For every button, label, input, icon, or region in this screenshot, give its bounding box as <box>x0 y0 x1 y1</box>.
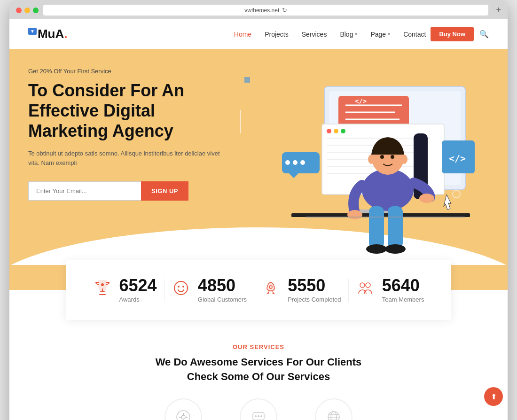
stat-team: 5640 Team Members <box>356 277 424 303</box>
deco-square-1 <box>244 77 250 83</box>
service-icon-chat <box>240 398 277 420</box>
nav-home[interactable]: Home <box>234 30 251 39</box>
svg-point-53 <box>255 415 257 417</box>
new-tab-button[interactable]: + <box>496 5 501 15</box>
svg-point-10 <box>334 129 338 133</box>
email-input[interactable] <box>28 181 141 201</box>
reload-button[interactable]: ↻ <box>282 7 287 14</box>
services-cards <box>28 398 489 420</box>
nav-page-label: Page <box>370 31 386 38</box>
browser-window: vwthemes.net ↻ + ▼ MuA. Home Projects Se… <box>9 0 508 420</box>
smile-icon <box>172 279 190 302</box>
stat-customers-label: Global Customers <box>198 296 247 303</box>
svg-text:</>: </> <box>355 97 367 105</box>
logo-text: MuA <box>38 27 64 41</box>
stat-awards: 6524 Awards <box>93 277 157 303</box>
stat-customers-text: 4850 Global Customers <box>198 277 247 303</box>
nav-services-link[interactable]: Services <box>302 31 327 38</box>
nav-contact[interactable]: Contact <box>403 30 426 39</box>
svg-point-36 <box>293 160 298 165</box>
nav-projects[interactable]: Projects <box>265 30 289 39</box>
address-bar[interactable]: vwthemes.net ↻ <box>43 5 488 16</box>
service-card-2 <box>230 398 287 420</box>
stat-divider-1 <box>164 279 164 302</box>
services-title-line1: We Do Awesome Services For Our Clients <box>156 356 362 368</box>
page-content: ▼ MuA. Home Projects Services Blog ▾ Pag… <box>9 19 508 420</box>
svg-point-23 <box>347 210 362 219</box>
stat-divider-3 <box>348 279 349 302</box>
svg-point-35 <box>285 160 290 165</box>
stat-team-number: 5640 <box>382 277 424 294</box>
services-section: OUR SERVICES We Do Awesome Services For … <box>9 320 508 420</box>
nav-blog-dropdown[interactable]: Blog ▾ <box>340 31 357 38</box>
svg-text:</>: </> <box>449 153 466 164</box>
svg-point-27 <box>366 244 387 254</box>
service-icon-settings <box>164 398 202 420</box>
services-title: We Do Awesome Services For Our Clients C… <box>28 355 489 384</box>
buy-now-button[interactable]: Buy Now <box>431 27 474 41</box>
svg-rect-26 <box>388 206 403 249</box>
stat-customers: 4850 Global Customers <box>172 277 247 303</box>
svg-point-45 <box>178 286 180 288</box>
stat-team-label: Team Members <box>382 296 424 303</box>
svg-point-51 <box>181 415 185 419</box>
nav-links: Home Projects Services Blog ▾ Page ▾ Con… <box>234 30 426 39</box>
svg-point-31 <box>391 155 394 159</box>
services-subtitle: OUR SERVICES <box>28 343 489 350</box>
svg-point-11 <box>341 129 345 133</box>
nav-page-dropdown[interactable]: Page ▾ <box>370 31 390 38</box>
dot-minimize[interactable] <box>24 8 30 13</box>
hero-section: Get 20% Off Your First Service To Consid… <box>9 49 508 265</box>
dot-maximize[interactable] <box>33 8 39 13</box>
browser-dots <box>16 8 39 13</box>
services-title-line2: Check Some Of Our Services <box>187 371 330 382</box>
service-card-3 <box>306 398 362 420</box>
hero-illustration: </> <box>268 58 494 265</box>
service-icon-globe <box>315 398 352 420</box>
signup-button[interactable]: SIGN UP <box>141 181 188 201</box>
team-icon <box>356 279 375 302</box>
hero-content: Get 20% Off Your First Service To Consid… <box>28 68 226 201</box>
nav-services[interactable]: Services <box>302 30 327 39</box>
svg-point-37 <box>300 160 305 165</box>
stat-projects: 5550 Projects Completed <box>261 277 341 303</box>
search-icon[interactable]: 🔍 <box>479 30 489 39</box>
url-text: vwthemes.net <box>244 7 279 14</box>
svg-point-43 <box>101 283 104 286</box>
stat-team-text: 5640 Team Members <box>382 277 424 303</box>
stat-projects-text: 5550 Projects Completed <box>288 277 341 303</box>
stat-divider-2 <box>254 279 254 302</box>
stat-awards-number: 6524 <box>119 277 157 294</box>
scroll-to-top-button[interactable]: ⬆ <box>484 387 503 406</box>
svg-point-56 <box>328 412 339 420</box>
logo[interactable]: ▼ MuA. <box>28 27 67 41</box>
navbar: ▼ MuA. Home Projects Services Blog ▾ Pag… <box>9 19 508 49</box>
page-chevron-icon: ▾ <box>388 31 390 37</box>
hero-description: Te obtinuit ut adepto satis somno. Aliis… <box>28 149 226 169</box>
svg-rect-25 <box>369 206 384 249</box>
svg-point-24 <box>419 194 434 203</box>
svg-point-22 <box>362 169 414 211</box>
svg-point-57 <box>331 412 337 420</box>
svg-point-55 <box>260 415 262 417</box>
svg-point-9 <box>327 129 331 133</box>
service-card-1 <box>155 398 212 420</box>
nav-home-link[interactable]: Home <box>234 31 251 38</box>
hero-form: SIGN UP <box>28 181 226 201</box>
browser-chrome: vwthemes.net ↻ + <box>9 0 508 19</box>
nav-contact-link[interactable]: Contact <box>403 31 426 38</box>
stat-customers-number: 4850 <box>198 277 247 294</box>
svg-point-49 <box>366 283 370 288</box>
svg-marker-41 <box>444 194 451 210</box>
stat-awards-text: 6524 Awards <box>119 277 157 303</box>
svg-point-48 <box>360 283 365 288</box>
stats-section: 6524 Awards 4850 <box>66 260 451 320</box>
svg-point-32 <box>368 155 375 164</box>
dot-close[interactable] <box>16 8 22 13</box>
nav-projects-link[interactable]: Projects <box>265 31 289 38</box>
nav-blog-label: Blog <box>340 31 353 38</box>
trophy-icon <box>93 279 112 302</box>
svg-point-28 <box>385 244 406 254</box>
svg-point-30 <box>380 155 384 159</box>
stat-projects-number: 5550 <box>288 277 341 294</box>
